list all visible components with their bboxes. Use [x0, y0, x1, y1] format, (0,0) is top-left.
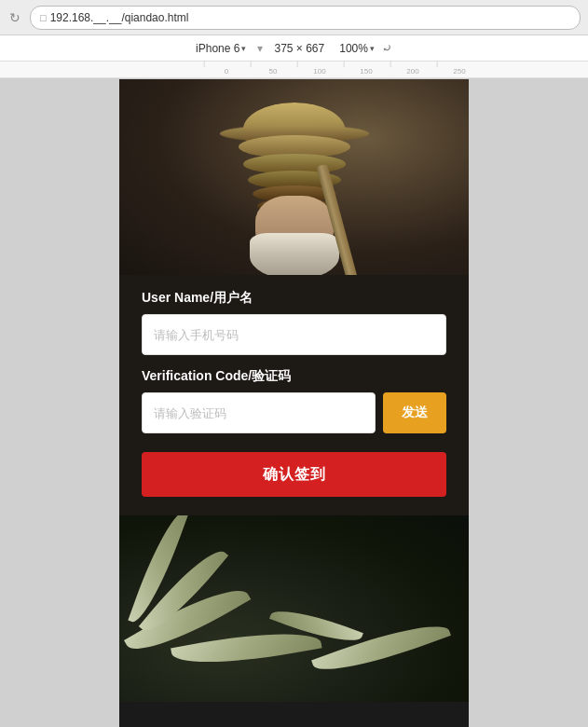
url-text: 192.168.__.__/qiandao.html	[50, 11, 189, 24]
figure-illustration	[192, 89, 397, 275]
zoom-control[interactable]: 100% ▾	[339, 42, 375, 55]
send-code-button[interactable]: 发送	[383, 392, 446, 433]
device-dimensions: 375 × 667	[274, 42, 324, 55]
device-selector[interactable]: iPhone 6 ▾	[196, 42, 246, 55]
ruler-mark: 150	[343, 62, 390, 75]
device-emulation-bar: iPhone 6 ▾ ▾ 375 × 667 100% ▾ ⤾	[0, 35, 588, 62]
verification-label: Verification Code/验证码	[142, 368, 446, 385]
figure-beard	[250, 233, 339, 275]
rotate-icon[interactable]: ⤾	[382, 41, 392, 55]
device-name-label: iPhone 6	[196, 42, 239, 55]
ruler-mark: 100	[296, 62, 343, 75]
browser-toolbar: ↻ □ 192.168.__.__/qiandao.html	[0, 0, 588, 35]
header-art	[119, 79, 469, 275]
verification-input[interactable]	[142, 392, 376, 433]
device-chevron-icon: ▾	[241, 44, 246, 53]
ruler-mark: 250	[436, 62, 483, 75]
address-bar[interactable]: □ 192.168.__.__/qiandao.html	[30, 6, 581, 30]
ruler-mark: 200	[390, 62, 436, 75]
username-input[interactable]	[142, 314, 446, 355]
zoom-chevron-icon: ▾	[370, 44, 375, 53]
lock-icon: □	[40, 12, 47, 23]
ruler: 0 50 100 150 200 250	[0, 62, 588, 78]
username-label: User Name/用户名	[142, 290, 446, 307]
confirm-signin-button[interactable]: 确认签到	[142, 452, 446, 497]
nav-icons: ↻	[7, 10, 22, 25]
viewport-wrapper: User Name/用户名 Verification Code/验证码 发送 确…	[0, 79, 588, 727]
ruler-mark: 0	[203, 62, 250, 75]
mobile-frame: User Name/用户名 Verification Code/验证码 发送 确…	[119, 79, 469, 727]
login-form: User Name/用户名 Verification Code/验证码 发送 确…	[119, 275, 469, 515]
reload-button[interactable]: ↻	[7, 10, 22, 25]
browser-chrome: ↻ □ 192.168.__.__/qiandao.html iPhone 6 …	[0, 0, 588, 79]
verification-row: 发送	[142, 392, 446, 433]
footer-art	[119, 515, 469, 702]
separator: ▾	[257, 42, 263, 55]
ruler-mark: 50	[250, 62, 296, 75]
